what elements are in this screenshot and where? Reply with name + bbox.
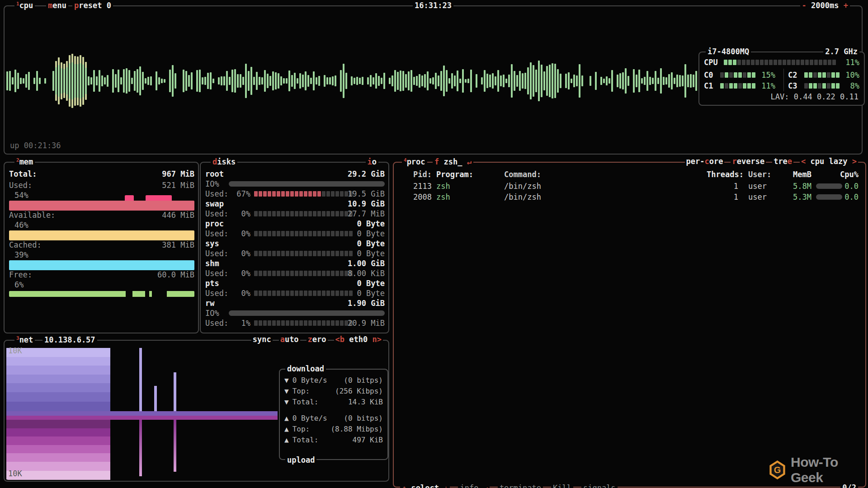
per-core-toggle[interactable]: per-core: [685, 157, 725, 166]
disk-used-label: Used:: [205, 269, 228, 278]
net-box-number[interactable]: 3: [16, 335, 19, 341]
disk-used-meter: [254, 251, 353, 256]
io-mode-toggle[interactable]: io: [366, 157, 379, 167]
disk-used-meter: [254, 271, 353, 276]
header-command[interactable]: Command:: [504, 169, 541, 180]
disk-io-bar: [229, 310, 385, 316]
proc-footer: ↑ select ↓ info ↵ terminate Kill signals: [400, 483, 618, 488]
disk-name: swap: [205, 199, 224, 208]
disk-used-value: 0 Byte: [357, 249, 385, 258]
load-average: LAV: 0.44 0.22 0.11: [771, 92, 859, 101]
sort-prev-button[interactable]: <: [801, 157, 806, 166]
tree-toggle[interactable]: tree: [772, 157, 793, 166]
core-graph: [720, 83, 755, 89]
net-stat-label: 0 Byte/s: [292, 376, 327, 385]
mem-box-number[interactable]: 2: [16, 157, 19, 163]
download-spike: [174, 372, 176, 411]
process-pid: 2113: [410, 181, 432, 192]
uptime: up 00:21:36: [10, 141, 61, 150]
net-box-title[interactable]: 3net: [14, 335, 35, 345]
update-interval: - 2000ms +: [800, 0, 850, 10]
disk-used-meter: [254, 211, 353, 216]
upload-spike: [174, 420, 176, 472]
net-stat-row: ▼Top:(256 Kibps): [284, 386, 383, 397]
cpu-box-title[interactable]: 1cpu: [14, 0, 35, 10]
disk-name-row[interactable]: proc0 Byte: [205, 219, 385, 229]
header-program[interactable]: Program:: [436, 169, 473, 180]
disks-box-title[interactable]: disks: [211, 157, 237, 167]
process-row[interactable]: 2008zsh/bin/zsh1user5.3M0.0: [395, 192, 864, 202]
kill-button[interactable]: Kill: [551, 483, 573, 488]
disk-used-meter: [254, 191, 353, 197]
disk-used-row: Used:67%19.5 GiB: [205, 189, 385, 199]
disk-name-row[interactable]: pts0 Byte: [205, 278, 385, 288]
process-program: zsh: [436, 181, 450, 192]
proc-box-number[interactable]: 4: [404, 157, 407, 163]
sort-selector[interactable]: < cpu lazy >: [800, 157, 858, 166]
mem-used-spike: [146, 195, 172, 201]
mem-section: Cached:381 MiB39%: [9, 240, 194, 270]
sort-next-button[interactable]: >: [852, 157, 857, 166]
net-sync-toggle[interactable]: sync: [251, 335, 273, 344]
disk-used-label: Used:: [205, 229, 228, 238]
header-threads[interactable]: Threads:: [707, 169, 744, 180]
mem-row-label: Free:: [9, 270, 32, 279]
net-ip-address: 10.138.6.57: [42, 335, 97, 345]
net-auto-toggle[interactable]: auto: [279, 335, 300, 344]
core-label: C1: [704, 81, 713, 90]
reverse-toggle[interactable]: reverse: [731, 157, 766, 166]
mem-total-label: Total:: [9, 169, 37, 178]
menu-button[interactable]: menu: [46, 0, 68, 10]
core-graph: [720, 72, 755, 78]
disk-used-percent: 0%: [228, 209, 250, 219]
disk-name-row[interactable]: swap10.9 GiB: [205, 199, 385, 209]
cpu-total-meter: [724, 60, 836, 65]
mem-row-percent: 46%: [14, 221, 28, 230]
info-button[interactable]: info ↵: [458, 483, 489, 488]
proc-search-field[interactable]: f zsh_ ↵: [433, 157, 473, 167]
mem-row-value: 60.0 MiB: [157, 270, 194, 279]
select-control[interactable]: ↑ select ↓: [400, 483, 450, 488]
disk-used-row: Used:0%0 Byte: [205, 288, 385, 298]
process-threads: 1: [707, 192, 738, 202]
disk-name-row[interactable]: shm1.00 GiB: [205, 258, 385, 268]
header-cpu[interactable]: Cpu%: [840, 169, 859, 180]
mem-used-spike: [125, 195, 134, 201]
header-user[interactable]: User:: [748, 169, 771, 180]
net-scale-bottom: 10K: [8, 469, 22, 478]
process-mem: 5.8M: [783, 181, 811, 192]
net-stat-row: ▲Total:497 KiB: [284, 435, 383, 446]
disk-size: 10.9 GiB: [348, 199, 385, 209]
net-stat-row: ▼0 Byte/s(0 bitps): [284, 375, 383, 386]
mem-box-title[interactable]: 2mem: [14, 157, 35, 167]
proc-box-title[interactable]: 4proc: [402, 157, 427, 167]
terminate-button[interactable]: terminate: [498, 483, 543, 488]
net-zero-toggle[interactable]: zero: [307, 335, 328, 344]
disk-name-row[interactable]: sys0 Byte: [205, 239, 385, 249]
net-stat-value: 497 KiB: [353, 435, 383, 446]
header-mem[interactable]: MemB: [783, 169, 811, 180]
cpu-box-number[interactable]: 1: [16, 1, 19, 7]
process-row[interactable]: 2113zsh/bin/zsh1user5.8M0.0: [395, 181, 864, 192]
net-stat-row: ▼Total:14.3 KiB: [284, 397, 383, 408]
disk-name: proc: [205, 219, 224, 228]
process-user: user: [748, 181, 767, 192]
net-stat-label: 0 Byte/s: [292, 414, 327, 422]
mem-row-percent: 6%: [14, 280, 24, 289]
disk-name-row[interactable]: root29.2 GiB: [205, 169, 385, 179]
signals-button[interactable]: signals: [581, 483, 618, 488]
net-scale-top: 10K: [8, 346, 22, 355]
preset-button[interactable]: preset 0: [72, 0, 113, 10]
disk-used-row: Used:0%0 Byte: [205, 229, 385, 239]
disk-size: 0 Byte: [357, 278, 385, 288]
disk-name-row[interactable]: rw1.90 GiB: [205, 298, 385, 308]
disks-box: disks io root29.2 GiBIO%Used:67%19.5 GiB…: [200, 162, 389, 333]
interval-increase-button[interactable]: +: [844, 1, 848, 10]
disk-used-percent: 0%: [228, 229, 250, 239]
interval-decrease-button[interactable]: -: [802, 1, 807, 10]
disk-name: pts: [205, 279, 219, 288]
process-user: user: [748, 192, 767, 202]
header-pid[interactable]: Pid:: [410, 169, 432, 180]
net-interface-switcher[interactable]: <b eth0 n>: [334, 335, 383, 344]
cpu-total-percent: 11%: [845, 58, 859, 67]
